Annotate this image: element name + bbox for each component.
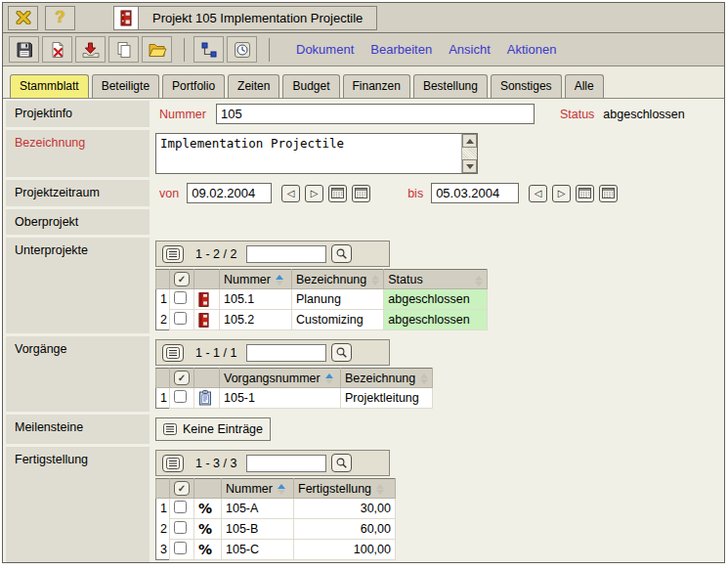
bis-date-input[interactable]	[431, 183, 519, 203]
tab-stammblatt[interactable]: Stammblatt	[10, 74, 89, 98]
bezeichnung-field: Implementation Projectile	[155, 133, 478, 174]
task-clipboard-icon[interactable]	[194, 388, 220, 409]
sort-icon[interactable]	[475, 276, 483, 286]
close-button[interactable]	[8, 6, 38, 30]
table-row[interactable]: 1 % 105-A 30,00	[156, 499, 396, 519]
workflow-icon	[200, 41, 218, 59]
help-button[interactable]: ?	[45, 6, 75, 30]
menu-ansicht[interactable]: Ansicht	[449, 42, 491, 57]
list-icon	[166, 248, 180, 260]
fertigstellung-search-input[interactable]	[246, 455, 326, 472]
row-number: 1	[156, 499, 170, 519]
magnifier-icon	[335, 346, 348, 359]
select-all-checkbox[interactable]: ✓	[174, 371, 190, 385]
percent-icon[interactable]: %	[198, 501, 212, 516]
row-checkbox[interactable]	[174, 501, 187, 513]
von-calendar-button[interactable]	[328, 185, 347, 202]
table-row[interactable]: 2 % 105-B 60,00	[156, 519, 396, 540]
tab-beteiligte[interactable]: Beteiligte	[92, 74, 159, 98]
tab-finanzen[interactable]: Finanzen	[343, 74, 410, 98]
row-checkbox[interactable]	[174, 521, 187, 534]
cell-fertigstellung: 60,00	[294, 519, 396, 540]
fertigstellung-table: ✓ Nummer Fertigstellung 1 % 105-A 30,00 …	[155, 478, 396, 560]
open-folder-icon	[148, 41, 167, 58]
column-header-bezeichnung: Bezeichnung	[345, 372, 415, 385]
von-date-input[interactable]	[187, 183, 272, 203]
search-button[interactable]	[331, 454, 352, 472]
bis-prev-day-button[interactable]: ◁	[529, 185, 547, 202]
bis-next-day-button[interactable]: ▷	[552, 185, 571, 202]
history-button[interactable]	[227, 36, 257, 63]
list-menu-button[interactable]	[162, 455, 184, 472]
nummer-input[interactable]	[216, 104, 535, 124]
scroll-track[interactable]	[462, 148, 477, 159]
list-menu-button[interactable]	[162, 245, 184, 263]
next-icon: ▷	[558, 188, 566, 198]
menu-bearbeiten[interactable]: Bearbeiten	[370, 42, 432, 57]
sort-icon[interactable]	[376, 484, 384, 495]
list-menu-button[interactable]	[163, 423, 177, 435]
bezeichnung-textarea[interactable]: Implementation Projectile	[156, 134, 461, 173]
tab-zeiten[interactable]: Zeiten	[228, 74, 279, 98]
von-prev-day-button[interactable]: ◁	[281, 185, 300, 202]
table-row[interactable]: 3 % 105-C 100,00	[156, 540, 396, 560]
copy-button[interactable]	[108, 36, 139, 63]
von-next-day-button[interactable]: ▷	[305, 185, 323, 202]
percent-icon[interactable]: %	[198, 542, 212, 557]
von-calendar2-button[interactable]	[352, 185, 370, 202]
sort-icon[interactable]	[278, 484, 285, 495]
scroll-up-button[interactable]	[462, 134, 477, 148]
select-all-checkbox[interactable]: ✓	[174, 481, 190, 496]
check-icon: ✓	[178, 373, 186, 383]
row-label-unterprojekte: Unterprojekte	[6, 238, 150, 333]
sort-icon[interactable]	[420, 373, 428, 384]
unterprojekte-search-input[interactable]	[246, 245, 326, 263]
list-icon	[166, 347, 180, 359]
project-binder-icon[interactable]	[194, 310, 220, 330]
table-row[interactable]: 2 105.2 Customizing abgesch	[156, 310, 488, 330]
table-row[interactable]: 1 105.1 Planung abgeschloss	[156, 289, 488, 310]
toolbar-separator	[184, 38, 185, 62]
row-checkbox[interactable]	[174, 542, 187, 554]
calendar-icon	[355, 188, 367, 198]
save-button[interactable]	[9, 36, 39, 63]
row-checkbox[interactable]	[174, 291, 187, 304]
percent-icon[interactable]: %	[198, 521, 212, 537]
row-projektzeitraum: Projektzeitraum von ◁ ▷	[6, 180, 721, 206]
prev-icon: ◁	[287, 188, 295, 198]
select-all-checkbox[interactable]: ✓	[174, 272, 190, 286]
sort-icon[interactable]	[276, 275, 283, 285]
list-menu-button[interactable]	[162, 344, 184, 362]
tab-alle[interactable]: Alle	[565, 74, 604, 98]
page-title: Projekt 105 Implementation Projectile	[139, 6, 377, 30]
open-button[interactable]	[142, 36, 172, 63]
tab-budget[interactable]: Budget	[282, 74, 339, 98]
tab-bestellung[interactable]: Bestellung	[413, 74, 488, 98]
vorgaenge-listbar: 1 - 1 / 1	[155, 339, 390, 366]
bis-calendar2-button[interactable]	[599, 185, 618, 202]
workflow-button[interactable]	[193, 36, 224, 63]
sort-icon[interactable]	[325, 373, 333, 384]
menu-aktionen[interactable]: Aktionen	[507, 42, 557, 57]
table-row[interactable]: 1 105-1 Projektleitung	[156, 388, 433, 409]
history-clock-icon	[234, 41, 251, 59]
archive-button[interactable]	[75, 36, 106, 63]
tab-sonstiges[interactable]: Sonstiges	[491, 74, 562, 98]
delete-button[interactable]	[42, 36, 72, 63]
row-checkbox[interactable]	[174, 312, 187, 325]
tab-portfolio[interactable]: Portfolio	[162, 74, 225, 98]
search-button[interactable]	[331, 343, 352, 362]
sort-icon[interactable]	[371, 275, 379, 285]
row-number: 2	[156, 310, 170, 330]
scroll-down-button[interactable]	[462, 159, 477, 173]
vorgaenge-search-input[interactable]	[246, 344, 326, 362]
copy-icon	[115, 41, 133, 59]
project-binder-icon[interactable]	[194, 289, 220, 310]
menu-dokument[interactable]: Dokument	[296, 42, 354, 57]
row-checkbox[interactable]	[174, 390, 187, 403]
tab-bar: Stammblatt Beteiligte Portfolio Zeiten B…	[3, 66, 724, 99]
cell-bezeichnung: Customizing	[292, 310, 384, 330]
bis-calendar-button[interactable]	[576, 185, 594, 202]
cell-nummer: 105.2	[220, 310, 292, 330]
search-button[interactable]	[331, 244, 352, 263]
